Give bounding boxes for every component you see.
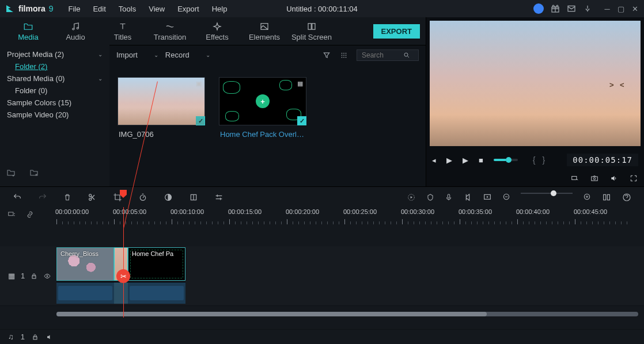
play-button[interactable]: ▶ xyxy=(446,156,452,165)
prev-frame-button[interactable]: ◂ xyxy=(432,156,436,165)
tab-transition[interactable]: Transition xyxy=(146,18,194,45)
track-manager-icon[interactable] xyxy=(7,211,16,219)
speaker-icon[interactable] xyxy=(46,334,54,341)
sidebar-label: Shared Media (0) xyxy=(7,74,65,83)
sidebar-folder-selected[interactable]: Folder (2) xyxy=(2,60,107,72)
tab-elements[interactable]: Elements xyxy=(241,18,288,45)
media-item-2[interactable]: + ▦ ✓ Home Chef Pack Overl… xyxy=(219,77,306,139)
fullscreen-icon[interactable] xyxy=(629,174,638,182)
grid-view-icon[interactable] xyxy=(339,51,348,60)
play-forward-button[interactable]: ▶ xyxy=(463,156,468,165)
render-icon[interactable] xyxy=(407,193,416,202)
upper-section: Media Audio Titles Transition Effects El… xyxy=(0,17,644,186)
maximize-button[interactable]: ▢ xyxy=(616,4,626,13)
redo-icon[interactable] xyxy=(38,193,47,202)
lock-icon[interactable] xyxy=(31,273,37,280)
user-avatar-icon[interactable] xyxy=(533,3,544,14)
import-dropdown[interactable]: Import⌄ xyxy=(116,51,158,59)
color-icon[interactable] xyxy=(164,193,173,202)
tab-titles[interactable]: Titles xyxy=(99,18,146,45)
text-icon xyxy=(118,21,128,32)
lock-icon[interactable] xyxy=(32,334,39,341)
media-item-1[interactable]: ▣ ✓ IMG_0706 xyxy=(118,77,205,139)
zoom-out-icon[interactable] xyxy=(502,193,510,202)
clip-audio-b[interactable] xyxy=(128,282,185,304)
preview-viewport[interactable]: >< xyxy=(430,21,641,146)
clip-cherry-blossom[interactable]: Cherry_Bloss xyxy=(56,247,114,281)
green-screen-icon[interactable] xyxy=(189,193,198,202)
stop-button[interactable]: ■ xyxy=(479,156,483,165)
split-icon[interactable] xyxy=(88,193,97,202)
chevron-down-icon: ⌄ xyxy=(206,52,210,58)
timeline-scrollbar[interactable] xyxy=(56,312,638,316)
window-controls: ─ ▢ ✕ xyxy=(603,4,639,13)
svg-point-16 xyxy=(404,53,408,56)
ruler-time-label: 00:00:45:00 xyxy=(574,208,607,215)
check-icon: ✓ xyxy=(196,116,205,125)
zoom-slider[interactable] xyxy=(521,193,573,194)
time-ruler[interactable]: 00:00:00:0000:00:05:0000:00:10:0000:00:1… xyxy=(0,207,644,224)
new-folder-icon[interactable] xyxy=(6,168,16,177)
overlay-decoration: >< xyxy=(609,81,624,85)
speed-icon[interactable] xyxy=(138,193,147,202)
volume-slider[interactable] xyxy=(494,159,518,161)
mic-status-icon[interactable] xyxy=(583,4,592,13)
menu-export[interactable]: Export xyxy=(172,2,205,16)
mark-in-out-icon[interactable]: { } xyxy=(533,155,547,165)
adjust-icon[interactable] xyxy=(214,193,223,202)
mail-icon[interactable] xyxy=(567,4,576,13)
sidebar-sample-colors[interactable]: Sample Colors (15) xyxy=(2,97,107,109)
mute-icon[interactable] xyxy=(609,174,619,182)
sidebar-sample-video[interactable]: Sample Video (20) xyxy=(2,109,107,121)
search-input[interactable] xyxy=(362,51,403,59)
split-here-button[interactable]: ✂ xyxy=(116,269,130,283)
export-button[interactable]: EXPORT xyxy=(373,24,420,39)
menu-tools[interactable]: Tools xyxy=(113,2,142,16)
undo-icon[interactable] xyxy=(13,193,22,202)
clip-audio-a[interactable] xyxy=(56,282,114,304)
sidebar-shared-media[interactable]: Shared Media (0)⌄ xyxy=(2,72,107,85)
tab-effects[interactable]: Effects xyxy=(194,18,241,45)
zoom-in-icon[interactable] xyxy=(583,193,591,202)
gift-icon[interactable] xyxy=(551,4,560,13)
link-icon[interactable] xyxy=(25,211,35,219)
chevron-down-icon: ⌄ xyxy=(98,75,103,82)
filter-icon[interactable] xyxy=(322,51,331,60)
eye-icon[interactable] xyxy=(43,273,51,280)
clip-home-chef[interactable]: Home Chef Pa xyxy=(128,247,185,281)
help-icon[interactable] xyxy=(622,193,631,202)
zoom-fit-icon[interactable] xyxy=(601,193,612,202)
menu-file[interactable]: File xyxy=(62,2,86,16)
menu-view[interactable]: View xyxy=(143,2,171,16)
app-logo: filmora9 xyxy=(5,3,53,14)
quality-icon[interactable] xyxy=(570,174,579,182)
record-dropdown[interactable]: Record⌄ xyxy=(165,51,210,59)
video-clip-area[interactable]: Cherry_Bloss Home Chef Pa xyxy=(56,246,644,305)
sidebar-folder-0[interactable]: Folder (0) xyxy=(2,85,107,97)
preview-panel: >< ◂ ▶ ▶ ■ { } 00:00:05:17 xyxy=(426,17,644,186)
svg-point-13 xyxy=(342,56,343,58)
search-icon[interactable] xyxy=(403,52,410,59)
svg-rect-26 xyxy=(448,194,450,197)
delete-folder-icon[interactable] xyxy=(29,168,39,177)
snapshot-icon[interactable] xyxy=(590,174,599,182)
tab-audio[interactable]: Audio xyxy=(52,18,99,45)
minimize-button[interactable]: ─ xyxy=(603,4,612,13)
sidebar-project-media[interactable]: Project Media (2)⌄ xyxy=(2,48,107,60)
tab-media[interactable]: Media xyxy=(5,18,52,45)
marker-icon[interactable] xyxy=(426,193,434,202)
delete-icon[interactable] xyxy=(63,193,71,202)
voiceover-icon[interactable] xyxy=(445,193,453,202)
ruler-time-label: 00:00:10:00 xyxy=(171,208,204,215)
transition-icon xyxy=(165,21,175,32)
add-screen-icon[interactable] xyxy=(483,193,492,202)
tab-audio-label: Audio xyxy=(66,33,85,41)
menu-help[interactable]: Help xyxy=(206,2,233,16)
close-button[interactable]: ✕ xyxy=(630,4,639,13)
ruler-time-label: 00:00:30:00 xyxy=(401,208,434,215)
tab-split-screen[interactable]: Split Screen xyxy=(288,18,335,45)
menu-edit[interactable]: Edit xyxy=(87,2,111,16)
audio-mixer-icon[interactable] xyxy=(463,193,472,202)
ruler-left-icons xyxy=(7,211,35,219)
clip-audio-gap[interactable] xyxy=(114,282,128,304)
